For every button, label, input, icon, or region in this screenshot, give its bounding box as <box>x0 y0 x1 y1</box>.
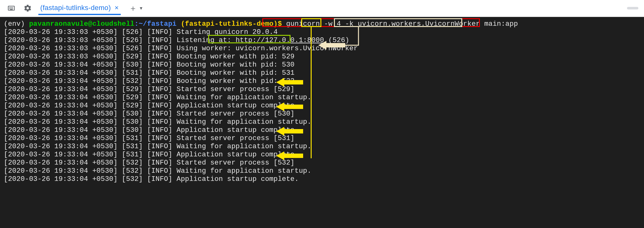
terminal-output[interactable]: (env) pavanraonavule@cloudshell:~/fastap… <box>0 17 644 228</box>
close-icon[interactable]: × <box>115 4 119 12</box>
keyboard-icon[interactable] <box>6 3 17 14</box>
plus-icon: ＋ <box>129 3 137 14</box>
terminal-tab[interactable]: (fastapi-tutlinks-demo) × <box>38 1 121 15</box>
new-tab-button[interactable]: ＋ ▼ <box>129 3 143 14</box>
terminal-tab-label: (fastapi-tutlinks-demo) <box>40 4 111 12</box>
terminal-toolbar: (fastapi-tutlinks-demo) × ＋ ▼ <box>0 0 644 17</box>
chevron-down-icon: ▼ <box>139 6 143 11</box>
gear-icon[interactable] <box>22 3 33 14</box>
drag-handle[interactable] <box>627 7 638 9</box>
